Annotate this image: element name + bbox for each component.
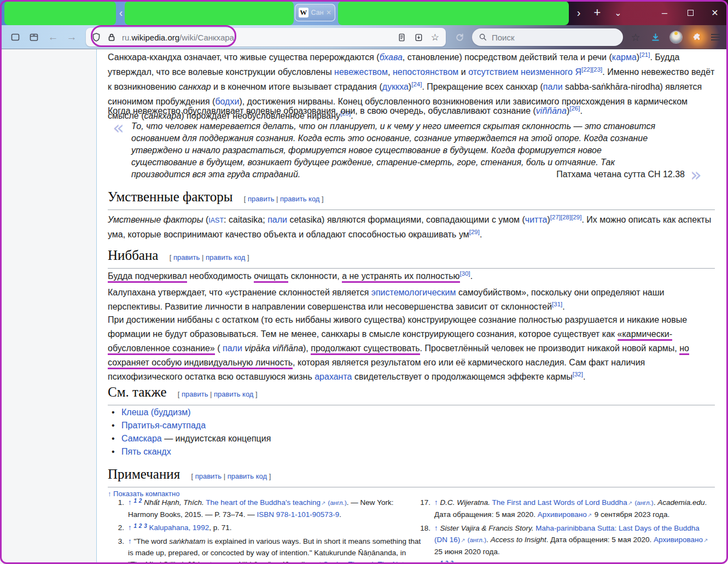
section-edit-links: [ править | править код ] (170, 253, 249, 261)
see-also-item-pratitya[interactable]: Пратитья-самутпада (112, 419, 271, 432)
edit-separator: | (202, 253, 203, 261)
edit-bracket: ] (269, 472, 271, 480)
archive-box-icon[interactable] (26, 25, 42, 49)
heading-title: Умственные факторы (108, 189, 233, 204)
annotation-green-box-2 (125, 1, 294, 25)
wikipedia-favicon: W (299, 8, 308, 18)
edit-bracket: ] (255, 390, 258, 398)
new-tab-button[interactable]: + (589, 0, 605, 25)
reference-text[interactable]: ↑ 1 2 Nhất Hạnh, Thích. The heart of the… (128, 497, 422, 520)
extensions-puzzle-icon[interactable] (688, 25, 704, 49)
save-page-icon[interactable] (414, 33, 423, 42)
references-column-right: 17. ↑ D.C. Wijeratna. The First and Last… (416, 497, 711, 564)
url-domain: wikipedia.org (132, 33, 180, 42)
reference-item: 2. ↑ 1 2 3 Kalupahana, 1992, p. 71. (109, 522, 422, 534)
navigation-toolbar: ← → ru.wikipedia.org/wiki/Санкхара ☆ (0, 25, 728, 49)
reference-text[interactable]: ↑ "The word saṅkhatam is explained in va… (128, 536, 422, 564)
heading-see-also: См. также [ править | править код ] (108, 385, 715, 405)
search-placeholder: Поиск (492, 33, 515, 42)
edit-source-link[interactable]: править код (280, 195, 319, 203)
reader-mode-icon[interactable] (397, 33, 406, 42)
reference-number: 17. (416, 497, 434, 521)
edit-bracket: [ (178, 390, 180, 398)
edit-bracket: [ (191, 472, 193, 480)
section-edit-links: [ править | править код ] (191, 472, 271, 480)
window-close-button[interactable]: ✕ (706, 0, 724, 25)
back-button[interactable]: ← (45, 25, 61, 49)
lock-icon[interactable] (107, 32, 117, 42)
url-text[interactable]: ru.wikipedia.org/wiki/Санкхара (122, 33, 234, 42)
search-icon (479, 33, 487, 42)
paragraph-kalupahana: Калупахана утверждает, что «устранение с… (108, 286, 716, 315)
reference-text[interactable]: ↑ Sister Vajira & Francis Story. Maha-pa… (434, 522, 711, 557)
paragraph-buddha-emphasized: Будда подчеркивал необходимость очищать … (108, 269, 716, 284)
reference-number: 18. (416, 522, 434, 557)
edit-separator: | (210, 390, 212, 398)
scroll-tabs-right-button[interactable]: › (570, 0, 587, 25)
heading-title: См. также (108, 385, 167, 399)
sidebar-icon[interactable] (8, 25, 23, 49)
heading-title: Ниббана (108, 248, 158, 263)
paragraph-ignorance: Когда невежество обуславливает волевые о… (108, 104, 716, 119)
bookmark-star-icon[interactable]: ☆ (431, 33, 439, 42)
edit-bracket: [ (170, 253, 172, 261)
menu-hamburger-icon[interactable] (707, 25, 724, 49)
reference-text[interactable]: ↑ 1 2 3 Bodhi, 2005, pp. 45–47. (434, 559, 711, 564)
sidebar-margin (0, 49, 97, 564)
reload-button[interactable] (452, 25, 467, 49)
see-also-item-samskara[interactable]: Самскара — индуистская концепция (112, 432, 271, 445)
browser-window: ‹ W Сан ✕ › + ⌄ – ✕ ← → (0, 0, 728, 564)
downloads-icon[interactable] (647, 25, 663, 49)
reference-item: 18. ↑ Sister Vajira & Francis Story. Mah… (416, 522, 711, 557)
window-minimize-button[interactable]: – (655, 0, 674, 25)
edit-link[interactable]: править (182, 390, 208, 398)
edit-link[interactable]: править (195, 472, 222, 480)
see-also-item-skandhas[interactable]: Пять скандх (112, 445, 271, 458)
maximize-icon (688, 10, 694, 16)
annotation-green-box-1 (4, 1, 116, 25)
annotation-green-box-3 (338, 1, 569, 25)
edit-bracket: ] (322, 195, 324, 203)
edit-bracket: [ (244, 195, 246, 203)
window-maximize-button[interactable] (681, 0, 700, 25)
heading-title: Примечания (108, 467, 180, 481)
edit-link[interactable]: править (173, 253, 200, 261)
page-content: Санкхара-кхандха означает, что живые сущ… (0, 49, 728, 564)
reference-number: 3. (109, 536, 128, 564)
edit-source-link[interactable]: править код (206, 253, 245, 261)
search-bar[interactable]: Поиск (472, 28, 623, 46)
tracking-shield-icon[interactable] (91, 32, 101, 42)
edit-source-link[interactable]: править код (228, 472, 267, 480)
paragraph-nibbana-remainder: При достижении ниббаны с остатком (то ес… (108, 313, 716, 385)
edit-bracket: ] (247, 253, 249, 261)
reference-text[interactable]: ↑ D.C. Wijeratna. The First and Last Wor… (434, 497, 711, 521)
edit-separator: | (276, 195, 278, 203)
see-also-list: Клеша (буддизм) Пратитья-самутпада Самск… (112, 406, 271, 458)
heading-mental-factors: Умственные факторы [ править | править к… (108, 189, 715, 210)
reference-item: 1. ↑ 1 2 Nhất Hạnh, Thích. The heart of … (109, 497, 422, 520)
active-tab[interactable]: W Сан ✕ (295, 4, 335, 21)
tab-strip: ‹ W Сан ✕ › + ⌄ – ✕ (0, 0, 728, 25)
edit-source-link[interactable]: править код (214, 390, 253, 398)
account-avatar[interactable] (668, 25, 684, 49)
edit-link[interactable]: править (248, 195, 274, 203)
tab-title: Сан (311, 9, 323, 16)
reference-number: 1. (109, 497, 128, 520)
reference-item: 19. ↑ 1 2 3 Bodhi, 2005, pp. 45–47. (416, 559, 711, 564)
section-edit-links: [ править | править код ] (244, 195, 324, 203)
reference-number: 2. (109, 522, 128, 534)
section-edit-links: [ править | править код ] (178, 390, 258, 398)
quote-close-icon: » (690, 165, 702, 184)
quote-open-icon: « (113, 118, 124, 137)
tab-list-dropdown-icon[interactable]: ⌄ (610, 0, 626, 25)
see-also-item-klesha[interactable]: Клеша (буддизм) (112, 406, 271, 419)
bookmarks-star-toolbar-icon[interactable]: ☆ (627, 25, 644, 49)
reference-number: 19. (416, 559, 434, 564)
reference-item: 3. ↑ "The word saṅkhatam is explained in… (109, 536, 422, 564)
heading-notes: Примечания [ править | править код ] (108, 467, 715, 487)
reference-text[interactable]: ↑ 1 2 3 Kalupahana, 1992, p. 71. (128, 522, 422, 534)
url-bar[interactable]: ru.wikipedia.org/wiki/Санкхара ☆ (86, 28, 446, 46)
url-prefix: ru. (122, 33, 132, 42)
tab-close-icon[interactable]: ✕ (326, 9, 331, 16)
forward-button[interactable]: → (64, 25, 79, 49)
